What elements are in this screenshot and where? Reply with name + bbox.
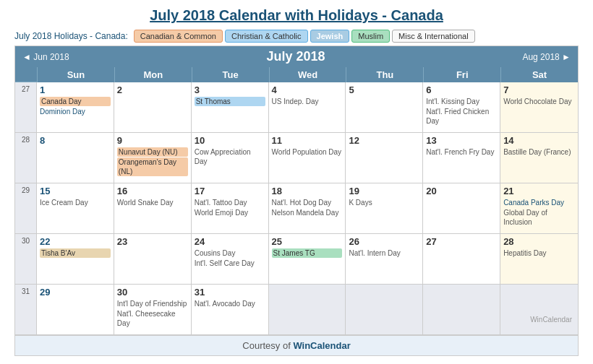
next-month-nav[interactable]: Aug 2018 ► (522, 52, 571, 62)
event-label: Int'l. Self Care Day (195, 259, 265, 268)
day-cell: 12 (346, 133, 423, 183)
day-cell: 23 (114, 234, 192, 285)
day-number: 19 (349, 186, 419, 196)
day-number: 31 (195, 287, 265, 298)
day-number: 4 (272, 84, 343, 95)
filter-misc[interactable]: Misc & International (392, 30, 475, 43)
day-cell: 24Cousins DayInt'l. Self Care Day (192, 234, 269, 285)
event-label: Canada Day (40, 97, 111, 106)
filter-jewish[interactable]: Jewish (310, 30, 350, 43)
day-number: 14 (503, 135, 575, 146)
col-header-sat: Sat (500, 67, 578, 82)
day-number: 11 (272, 135, 343, 146)
week-number: 27 (15, 82, 37, 133)
col-header-tue: Tue (192, 67, 269, 82)
event-label: World Emoji Day (195, 208, 265, 217)
day-cell: 30Int'l Day of FriendshipNat'l. Cheeseca… (114, 285, 192, 335)
filter-muslim[interactable]: Muslim (351, 30, 390, 43)
event-label: World Chocolate Day (503, 97, 575, 106)
day-cell: 17Nat'l. Tattoo DayWorld Emoji Day (192, 183, 269, 234)
day-number: 17 (195, 186, 265, 196)
col-header-thu: Thu (346, 67, 423, 82)
event-label: Nat'l. Hot Dog Day (272, 198, 343, 207)
day-number: 8 (40, 135, 111, 146)
day-cell: 11World Population Day (269, 133, 346, 183)
event-label: Hepatitis Day (503, 248, 575, 258)
day-cell: 22Tisha B'Av (37, 234, 114, 285)
day-cell: 21Canada Parks DayGlobal Day of Inclusio… (500, 183, 578, 234)
day-number: 25 (272, 236, 343, 247)
event-label: Nat'l. Tattoo Day (195, 198, 265, 207)
calendar-container: ◄ Jun 2018 July 2018 Aug 2018 ► Sun Mon … (14, 46, 579, 356)
event-label: St Thomas (195, 97, 265, 106)
day-cell (346, 285, 423, 335)
day-cell: 5 (346, 82, 423, 133)
week-number: 31 (15, 285, 37, 335)
day-number: 26 (349, 236, 419, 247)
day-number: 28 (503, 236, 575, 247)
day-number: 27 (426, 236, 497, 247)
event-label: Bastille Day (France) (503, 147, 575, 157)
day-cell: 26Nat'l. Intern Day (346, 234, 423, 285)
day-number: 16 (117, 186, 188, 196)
day-cell: 31Nat'l. Avocado Day (192, 285, 269, 335)
event-label: K Days (349, 198, 419, 207)
day-cell (423, 285, 500, 335)
event-label: Nat'l. Intern Day (349, 248, 419, 258)
col-header-sun: Sun (37, 67, 114, 82)
filter-label: July 2018 Holidays - Canada: (14, 31, 128, 41)
event-label: Cow Appreciation Day (195, 147, 265, 166)
filter-canadian[interactable]: Canadian & Common (134, 30, 223, 43)
event-label: Nat'l. Avocado Day (195, 299, 265, 308)
watermark: WinCalendar (503, 316, 575, 324)
event-label: Int'l. Kissing Day (426, 97, 497, 106)
filter-christian[interactable]: Christian & Catholic (225, 30, 308, 43)
day-number: 24 (195, 236, 265, 247)
month-title: July 2018 (266, 49, 325, 64)
day-cell: 19K Days (346, 183, 423, 234)
event-label: World Population Day (272, 147, 343, 157)
filter-bar: July 2018 Holidays - Canada: Canadian & … (14, 30, 579, 43)
courtesy-bar: Courtesy of WinCalendar (15, 335, 578, 355)
day-cell: 10Cow Appreciation Day (192, 133, 269, 183)
day-number: 22 (40, 236, 111, 247)
event-label: Ice Cream Day (40, 198, 111, 207)
event-label: Nelson Mandela Day (272, 208, 343, 217)
col-header-wed: Wed (269, 67, 346, 82)
day-cell: 7World Chocolate Day (500, 82, 578, 133)
day-number: 13 (426, 135, 497, 146)
day-number: 9 (117, 135, 188, 146)
event-label: Nat'l. Fried Chicken Day (426, 107, 497, 126)
day-cell: 3St Thomas (192, 82, 269, 133)
day-number: 30 (117, 287, 188, 298)
day-number: 5 (349, 84, 419, 95)
day-cell: 20 (423, 183, 500, 234)
calendar-header: ◄ Jun 2018 July 2018 Aug 2018 ► (15, 46, 578, 67)
event-label: Global Day of Inclusion (503, 208, 575, 227)
event-label: Dominion Day (40, 107, 111, 116)
event-label: Nunavut Day (NU) (117, 147, 188, 157)
day-cell: 2 (114, 82, 192, 133)
day-number: 6 (426, 84, 497, 95)
week-number: 29 (15, 183, 37, 234)
day-cell: 18Nat'l. Hot Dog DayNelson Mandela Day (269, 183, 346, 234)
event-label: Canada Parks Day (503, 198, 575, 207)
week-number: 28 (15, 133, 37, 183)
event-label: Orangeman's Day (NL) (117, 157, 188, 176)
day-number: 10 (195, 135, 265, 146)
event-label: Int'l Day of Friendship (117, 299, 188, 308)
day-number: 23 (117, 236, 188, 247)
event-label: Nat'l. French Fry Day (426, 147, 497, 157)
day-cell: 15Ice Cream Day (37, 183, 114, 234)
day-cell: 25St James TG (269, 234, 346, 285)
event-label: Cousins Day (195, 248, 265, 258)
day-number: 2 (117, 84, 188, 95)
day-cell: 13Nat'l. French Fry Day (423, 133, 500, 183)
prev-month-nav[interactable]: ◄ Jun 2018 (22, 52, 69, 62)
day-number: 15 (40, 186, 111, 196)
day-number: 21 (503, 186, 575, 196)
day-cell: 16World Snake Day (114, 183, 192, 234)
day-cell: 9Nunavut Day (NU)Orangeman's Day (NL) (114, 133, 192, 183)
day-number: 1 (40, 84, 111, 95)
week-number: 30 (15, 234, 37, 285)
